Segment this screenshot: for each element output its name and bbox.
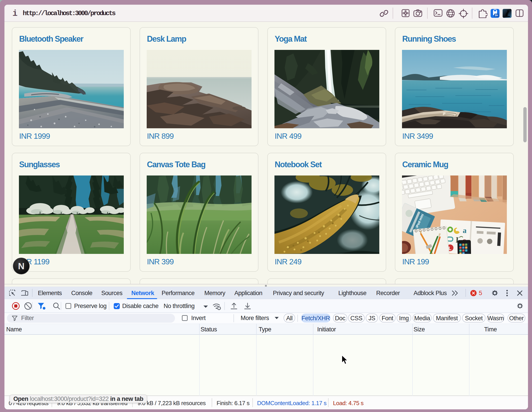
svg-text:9+: 9+ [495, 14, 498, 17]
svg-text:a: a [463, 226, 467, 235]
